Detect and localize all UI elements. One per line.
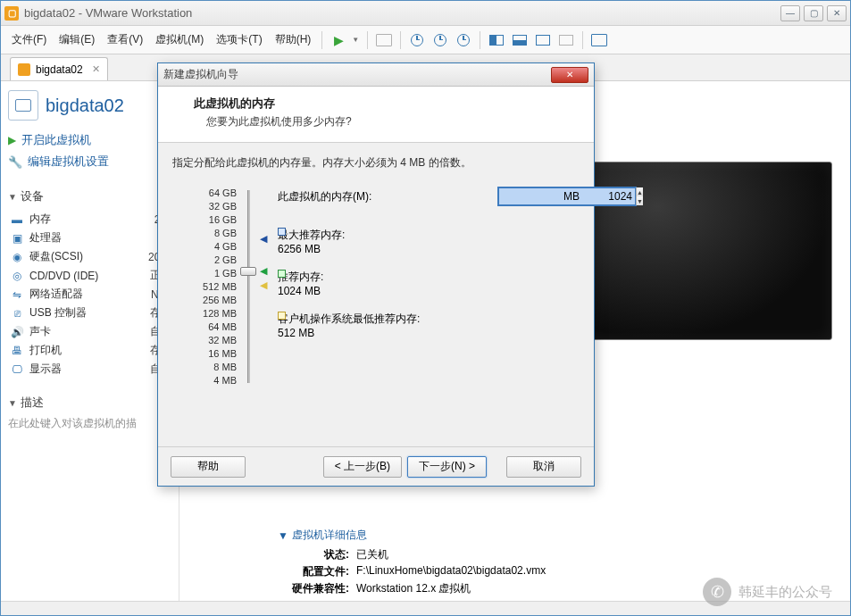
details-head[interactable]: ▼虚拟机详细信息	[278, 528, 546, 543]
device-name: 处理器	[29, 230, 165, 246]
vm-header: bigdata02	[8, 90, 171, 121]
minimize-button[interactable]: —	[780, 5, 800, 21]
new-vm-wizard-dialog: 新建虚拟机向导 ✕ 此虚拟机的内存 您要为此虚拟机使用多少内存? 指定分配给此虚…	[157, 62, 595, 487]
menu-file[interactable]: 文件(F)	[6, 29, 52, 50]
device-icon: ◉	[8, 251, 26, 263]
details-config: 配置文件:F:\LinuxHome\bigdata02\bigdata02.vm…	[278, 563, 546, 580]
description-placeholder[interactable]: 在此处键入对该虚拟机的描	[8, 416, 171, 431]
device-name: 打印机	[29, 343, 150, 358]
menu-edit[interactable]: 编辑(E)	[54, 29, 100, 50]
tab-close-icon[interactable]: ✕	[92, 63, 100, 75]
send-keys-button[interactable]	[373, 29, 395, 51]
watermark-text: 韩延丰的公众号	[738, 584, 832, 601]
wizard-heading: 此虚拟机的内存	[194, 96, 580, 112]
device-row[interactable]: ⎚USB 控制器存在	[8, 304, 171, 322]
min-rec-block: 客户机操作系统最低推荐内存:512 MB	[278, 312, 580, 339]
wizard-body: 指定分配给此虚拟机的内存量。内存大小必须为 4 MB 的倍数。 64 GB32 …	[158, 143, 594, 446]
view-console-button[interactable]	[509, 29, 530, 51]
wrench-icon: 🔧	[8, 155, 22, 169]
view-split-button[interactable]	[486, 29, 507, 51]
blue-box-icon	[278, 228, 286, 236]
device-row[interactable]: ⇋网络适配器NAT	[8, 285, 171, 304]
slider-thumb[interactable]	[240, 267, 256, 276]
library-button[interactable]	[588, 29, 610, 51]
wechat-icon: ✆	[703, 578, 731, 606]
window-title: bigdata02 - VMware Workstation	[24, 6, 780, 20]
devices-section-head[interactable]: ▼设备	[8, 188, 171, 204]
unity-button[interactable]	[555, 29, 577, 51]
device-name: 硬盘(SCSI)	[29, 249, 148, 264]
scale-label: 512 MB	[172, 280, 237, 294]
scale-label: 16 GB	[172, 213, 237, 227]
next-button[interactable]: 下一步(N) >	[407, 456, 487, 478]
scale-label: 16 MB	[172, 347, 237, 361]
device-row[interactable]: 🖵显示器自动	[8, 360, 171, 379]
tab-bigdata02[interactable]: bigdata02 ✕	[10, 57, 108, 80]
snapshot-button[interactable]	[406, 29, 428, 51]
tab-label: bigdata02	[36, 63, 83, 76]
details-hw: 硬件兼容性:Workstation 12.x 虚拟机	[278, 580, 546, 597]
cancel-button[interactable]: 取消	[506, 456, 581, 478]
wizard-close-button[interactable]: ✕	[551, 67, 588, 83]
yellow-box-icon	[278, 312, 286, 320]
memory-field-label: 此虚拟机的内存(M):	[278, 189, 497, 204]
menu-help[interactable]: 帮助(H)	[270, 29, 317, 50]
memory-unit: MB	[563, 190, 580, 203]
collapse-icon: ▼	[8, 192, 17, 202]
power-on-button[interactable]: ▶	[328, 29, 349, 51]
device-row[interactable]: ▬内存2 G	[8, 210, 171, 229]
manage-snapshot-button[interactable]	[453, 29, 474, 51]
scale-label: 2 GB	[172, 254, 237, 267]
description-section-head[interactable]: ▼描述	[8, 395, 171, 411]
help-button[interactable]: 帮助	[171, 456, 246, 478]
device-row[interactable]: ◉硬盘(SCSI)20 G	[8, 247, 171, 266]
edit-settings-link[interactable]: 🔧编辑虚拟机设置	[8, 151, 171, 172]
menu-tabs[interactable]: 选项卡(T)	[211, 29, 267, 50]
revert-snapshot-button[interactable]	[430, 29, 451, 51]
device-row[interactable]: ▣处理器1	[8, 229, 171, 247]
maximize-button[interactable]: ▢	[804, 5, 823, 21]
menu-vm[interactable]: 虚拟机(M)	[150, 29, 209, 50]
scale-label: 64 MB	[172, 320, 237, 334]
device-name: CD/DVD (IDE)	[29, 270, 150, 282]
memory-scale-labels: 64 GB32 GB16 GB8 GB4 GB2 GB1 GB512 MB256…	[172, 187, 237, 387]
play-icon: ▶	[8, 134, 16, 146]
memory-info-column: 此虚拟机的内存(M): ▲▼ MB 最大推荐内存:6256 MB 推荐内存:1	[262, 187, 580, 387]
menu-view[interactable]: 查看(V)	[102, 29, 148, 50]
wizard-title: 新建虚拟机向导	[163, 67, 551, 82]
close-button[interactable]: ✕	[827, 5, 847, 21]
max-rec-block: 最大推荐内存:6256 MB	[278, 228, 580, 255]
back-button[interactable]: < 上一步(B)	[323, 456, 402, 478]
details-state: 状态:已关机	[278, 546, 546, 563]
device-row[interactable]: ◎CD/DVD (IDE)正在	[8, 266, 171, 285]
device-icon: ⎚	[8, 307, 26, 320]
memory-spinner[interactable]: ▲▼	[636, 187, 643, 205]
device-name: 网络适配器	[29, 287, 151, 302]
scale-label: 4 GB	[172, 240, 237, 254]
scale-label: 8 MB	[172, 361, 237, 374]
device-icon: 🖵	[8, 363, 26, 376]
device-icon: ◎	[8, 270, 26, 282]
spin-down-icon[interactable]: ▼	[637, 196, 643, 205]
vm-icon	[18, 63, 30, 76]
fullscreen-button[interactable]	[532, 29, 554, 51]
app-window: ▢ bigdata02 - VMware Workstation — ▢ ✕ 文…	[0, 0, 851, 616]
device-row[interactable]: 🔊声卡自动	[8, 322, 171, 341]
sidebar: bigdata02 ▶开启此虚拟机 🔧编辑虚拟机设置 ▼设备 ▬内存2 G▣处理…	[1, 81, 179, 615]
power-on-link[interactable]: ▶开启此虚拟机	[8, 129, 171, 151]
wizard-hint: 指定分配给此虚拟机的内存量。内存大小必须为 4 MB 的倍数。	[172, 155, 580, 171]
device-icon: ⇋	[8, 288, 26, 301]
memory-input-wrap: ▲▼	[497, 187, 558, 206]
watermark: ✆ 韩延丰的公众号	[703, 578, 832, 606]
power-dropdown[interactable]: ▼	[351, 29, 362, 51]
scale-label: 32 GB	[172, 200, 237, 213]
scale-label: 4 MB	[172, 374, 237, 387]
collapse-icon: ▼	[8, 398, 17, 408]
vm-header-icon	[8, 90, 38, 121]
wizard-footer: 帮助 < 上一步(B) 下一步(N) > 取消	[158, 446, 594, 486]
memory-slider[interactable]: ◀ ◀ ◀	[237, 187, 262, 387]
wizard-subheading: 您要为此虚拟机使用多少内存?	[194, 114, 580, 129]
spin-up-icon[interactable]: ▲	[637, 187, 643, 196]
device-icon: ▣	[8, 232, 26, 245]
device-row[interactable]: 🖶打印机存在	[8, 341, 171, 360]
